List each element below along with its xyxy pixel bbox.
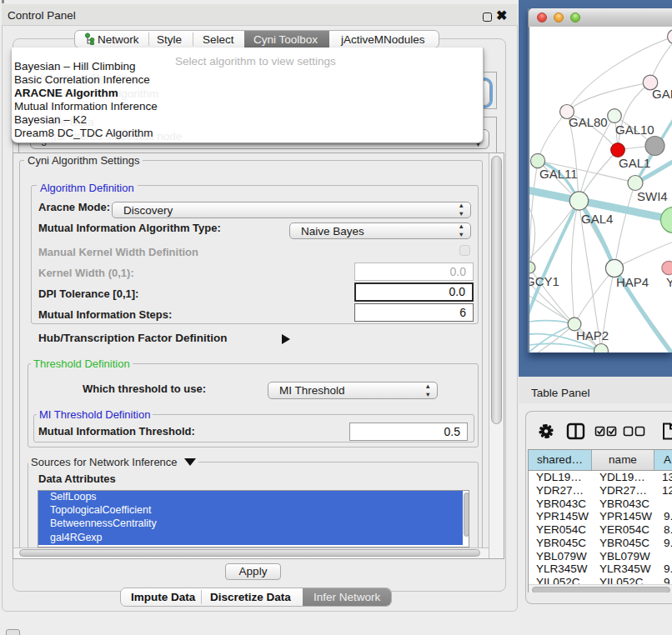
- svg-text:GAL80: GAL80: [569, 115, 608, 129]
- svg-text:HAP4: HAP4: [616, 275, 649, 289]
- svg-text:GAL7: GAL7: [652, 87, 672, 101]
- svg-text:GCY1: GCY1: [529, 274, 559, 288]
- svg-text:Y: Y: [666, 275, 672, 289]
- svg-text:HAP2: HAP2: [576, 328, 609, 342]
- svg-text:GAL1: GAL1: [619, 156, 650, 170]
- svg-text:GAL10: GAL10: [615, 122, 654, 137]
- svg-text:SWI4: SWI4: [637, 189, 668, 203]
- svg-text:GAL11: GAL11: [539, 167, 578, 181]
- svg-text:GAL4: GAL4: [581, 212, 613, 226]
